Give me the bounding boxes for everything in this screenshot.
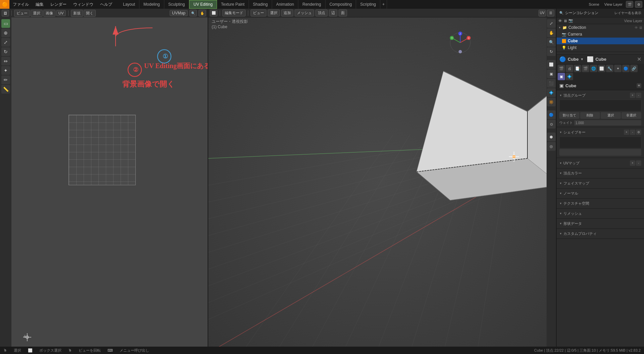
- tab-rendering[interactable]: Rendering: [298, 0, 325, 9]
- tab-compositing[interactable]: Compositing: [326, 0, 356, 9]
- tab-texture-paint[interactable]: Texture Paint: [217, 0, 249, 9]
- geometry-data-title[interactable]: 形状データ: [559, 220, 641, 227]
- uv-add-btn[interactable]: +: [630, 160, 635, 166]
- object-props-tab[interactable]: ⬜: [598, 65, 605, 72]
- tab-animation[interactable]: Animation: [272, 0, 298, 9]
- shape-key-remove-btn[interactable]: -: [630, 130, 635, 135]
- vertex-group-select-btn[interactable]: 選択: [601, 112, 621, 119]
- menu-render[interactable]: レンダー: [47, 0, 70, 9]
- menu-file[interactable]: ファイル: [9, 0, 32, 9]
- outliner-item-collection[interactable]: ▼ 📁 Collection 👁 🖥: [557, 24, 644, 31]
- uv-menu[interactable]: UV: [56, 10, 66, 16]
- open-image-btn[interactable]: 開く: [84, 10, 96, 17]
- view-layer-props-tab[interactable]: 📑: [574, 65, 581, 72]
- scene-props-tab[interactable]: 🎬: [582, 65, 589, 72]
- vertex-group-add-btn[interactable]: +: [630, 93, 635, 98]
- vertex-group-assign-btn[interactable]: 割り当て: [559, 112, 579, 119]
- transform-orientations-btn[interactable]: ⬢: [547, 133, 556, 141]
- vertex-btn-3d[interactable]: 頂点: [315, 9, 328, 16]
- face-btn-3d[interactable]: 面: [339, 9, 347, 16]
- add-btn-3d[interactable]: 追加: [281, 9, 293, 16]
- edge-btn-3d[interactable]: 辺: [329, 9, 337, 16]
- edit-mode-dropdown[interactable]: 編集モード: [222, 9, 246, 16]
- proportional-btn[interactable]: ⊙: [547, 120, 556, 129]
- rotate-tool[interactable]: ↻: [1, 47, 10, 56]
- viewport-content[interactable]: Z X Y: [208, 17, 556, 347]
- outliner-item-camera[interactable]: 📷 Camera: [557, 31, 644, 38]
- texture-space-title[interactable]: テクスチャ空間: [559, 200, 641, 207]
- shape-key-add-btn[interactable]: +: [624, 130, 629, 135]
- modifier-tab[interactable]: 🔧: [606, 65, 613, 72]
- tab-add[interactable]: +: [380, 0, 387, 9]
- render-props-tab[interactable]: 🎬: [558, 65, 565, 72]
- scene-selector[interactable]: Scene: [587, 2, 601, 6]
- render-view-btn[interactable]: 🔆: [547, 98, 556, 106]
- uv-maps-title[interactable]: UVマップ + -: [559, 159, 641, 167]
- annotate-tool[interactable]: ✏: [1, 75, 10, 84]
- menu-help[interactable]: ヘルプ: [97, 0, 116, 9]
- uvmap-name-field[interactable]: UVMap: [170, 10, 188, 16]
- uv-remove-btn[interactable]: -: [636, 160, 641, 166]
- world-props-tab[interactable]: 🌐: [590, 65, 597, 72]
- remesh-title[interactable]: リメッシュ: [559, 210, 641, 217]
- solid-view-btn[interactable]: ⬛: [547, 79, 556, 88]
- physics-tab[interactable]: 🔵: [622, 65, 630, 72]
- tab-layout[interactable]: Layout: [119, 0, 139, 9]
- drag-mode-btn[interactable]: ✋: [199, 10, 206, 16]
- constraints-tab[interactable]: 🔗: [630, 65, 638, 72]
- view-menu[interactable]: ビュー: [14, 10, 30, 17]
- 3d-zoom-tool[interactable]: 🔍: [547, 38, 556, 47]
- particles-tab[interactable]: ✦: [614, 65, 621, 72]
- shape-keys-title[interactable]: シェイプキー + - ⚙: [559, 129, 641, 136]
- outliner-item-light[interactable]: 💡 Light: [557, 44, 644, 51]
- output-props-tab[interactable]: 🖨: [566, 65, 573, 72]
- 3d-editor-type[interactable]: ⬜: [210, 10, 217, 16]
- material-view-btn[interactable]: 💠: [547, 88, 556, 97]
- new-image-btn[interactable]: 新規: [71, 10, 83, 17]
- image-menu[interactable]: 画像: [43, 10, 55, 17]
- tab-scripting[interactable]: Scripting: [356, 0, 380, 9]
- tab-sculpting[interactable]: Sculpting: [164, 0, 189, 9]
- data-prop-name[interactable]: Cube: [565, 83, 576, 88]
- move-tool[interactable]: ⤢: [1, 38, 10, 47]
- outliner-item-cube[interactable]: 🟧 Cube: [557, 38, 644, 44]
- vertex-group-remove-btn2[interactable]: 削除: [580, 112, 600, 119]
- view-layer-selector[interactable]: View Layer: [603, 2, 624, 6]
- mesh-btn-3d[interactable]: メッシュ: [295, 9, 314, 16]
- 3d-move-tool[interactable]: ⤢: [547, 19, 556, 28]
- zoom-btn[interactable]: 🔍: [189, 10, 197, 16]
- vertex-colors-title[interactable]: 頂点カラー: [559, 170, 641, 177]
- tab-uv-editing[interactable]: UV Editing: [189, 0, 217, 9]
- select-menu[interactable]: 選択: [31, 10, 43, 17]
- overlay-btn[interactable]: ☰: [547, 10, 554, 16]
- uv-btn-3d[interactable]: UV: [539, 10, 546, 16]
- select-btn-3d[interactable]: 選択: [268, 9, 280, 16]
- settings-icon[interactable]: ⚙: [635, 1, 642, 8]
- toggle-view-btn[interactable]: ⬜: [547, 60, 556, 69]
- tab-shading[interactable]: Shading: [249, 0, 272, 9]
- shape-key-settings-btn[interactable]: ⚙: [636, 130, 641, 135]
- outliner-name-toggle[interactable]: レイヤー名を表示: [614, 11, 641, 15]
- vertex-group-deselect-btn[interactable]: 非選択: [621, 112, 642, 119]
- material-tab[interactable]: 💠: [566, 73, 573, 80]
- editor-type-btn[interactable]: 🖼: [2, 10, 9, 16]
- snap-btn[interactable]: 🔵: [547, 110, 556, 119]
- close-panel-btn[interactable]: ✕: [637, 56, 641, 62]
- weight-value[interactable]: 1.000: [574, 120, 641, 125]
- 3d-rotate-tool[interactable]: ↻: [547, 47, 556, 56]
- normals-title[interactable]: ノーマル: [559, 190, 641, 197]
- custom-props-title[interactable]: カスタムプロパティ: [559, 230, 641, 237]
- uv-viewport[interactable]: ① ② UV Editing画面にある 背景画像で開く: [11, 17, 208, 347]
- view-btn-3d[interactable]: ビュー: [251, 9, 266, 16]
- axis-gizmo[interactable]: Z X Y: [448, 31, 472, 54]
- menu-window[interactable]: ウィンドウ: [70, 0, 97, 9]
- transform-tool[interactable]: ✦: [1, 66, 10, 75]
- vertex-group-remove-btn[interactable]: -: [636, 93, 641, 98]
- measure-tool[interactable]: 📏: [1, 85, 10, 94]
- 3d-cursor-tool[interactable]: ✋: [547, 29, 556, 37]
- scale-tool[interactable]: ⇔: [1, 57, 10, 65]
- pivot-point-btn[interactable]: ◎: [547, 142, 556, 151]
- tab-modeling[interactable]: Modeling: [139, 0, 164, 9]
- cursor-tool[interactable]: ⊕: [1, 29, 10, 37]
- select-tool[interactable]: ▭: [1, 19, 10, 28]
